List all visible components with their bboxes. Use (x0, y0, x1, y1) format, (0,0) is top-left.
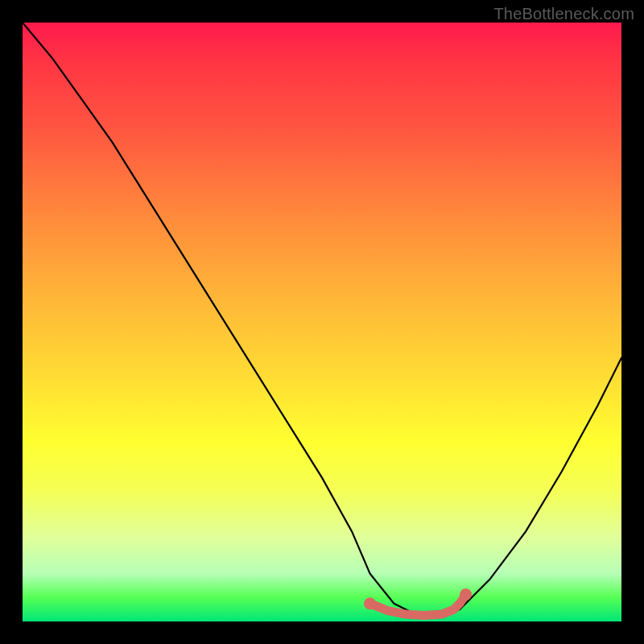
watermark-text: TheBottleneck.com (493, 5, 634, 23)
chart-svg (23, 23, 621, 621)
plot-area (23, 23, 621, 621)
chart-frame: TheBottleneck.com (0, 0, 644, 644)
optimal-range-endpoint (460, 588, 472, 601)
optimal-range-markers (364, 588, 472, 616)
optimal-range-endpoint (364, 597, 376, 609)
optimal-range-line (370, 595, 466, 616)
bottleneck-curve (23, 23, 621, 616)
